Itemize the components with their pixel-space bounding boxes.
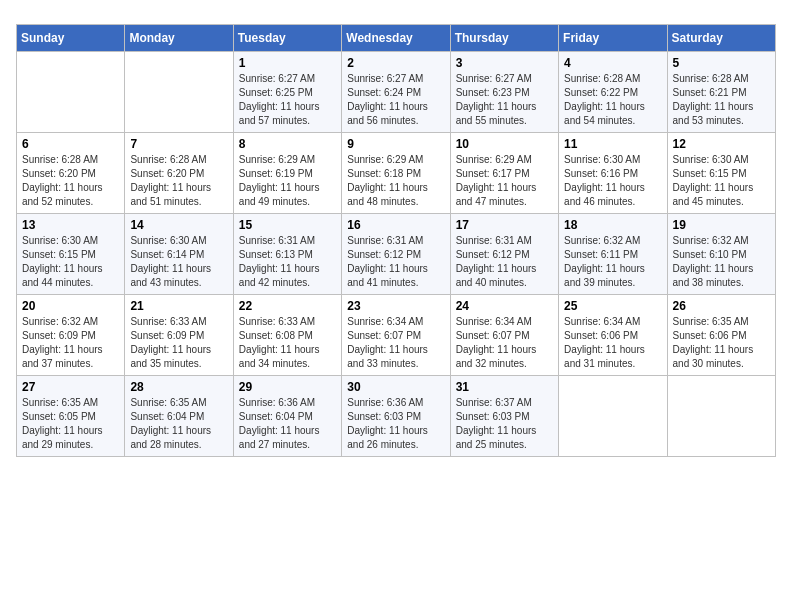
calendar-cell: 22Sunrise: 6:33 AM Sunset: 6:08 PM Dayli… [233, 295, 341, 376]
calendar-cell [559, 376, 667, 457]
day-number: 17 [456, 218, 553, 232]
calendar-table: SundayMondayTuesdayWednesdayThursdayFrid… [16, 24, 776, 457]
calendar-cell: 14Sunrise: 6:30 AM Sunset: 6:14 PM Dayli… [125, 214, 233, 295]
calendar-cell: 18Sunrise: 6:32 AM Sunset: 6:11 PM Dayli… [559, 214, 667, 295]
day-info: Sunrise: 6:29 AM Sunset: 6:19 PM Dayligh… [239, 153, 336, 209]
day-number: 4 [564, 56, 661, 70]
day-number: 14 [130, 218, 227, 232]
calendar-cell: 9Sunrise: 6:29 AM Sunset: 6:18 PM Daylig… [342, 133, 450, 214]
col-header-tuesday: Tuesday [233, 25, 341, 52]
day-info: Sunrise: 6:34 AM Sunset: 6:07 PM Dayligh… [456, 315, 553, 371]
day-number: 13 [22, 218, 119, 232]
day-number: 8 [239, 137, 336, 151]
calendar-cell: 3Sunrise: 6:27 AM Sunset: 6:23 PM Daylig… [450, 52, 558, 133]
calendar-cell: 23Sunrise: 6:34 AM Sunset: 6:07 PM Dayli… [342, 295, 450, 376]
calendar-cell: 16Sunrise: 6:31 AM Sunset: 6:12 PM Dayli… [342, 214, 450, 295]
day-info: Sunrise: 6:31 AM Sunset: 6:12 PM Dayligh… [456, 234, 553, 290]
calendar-cell: 13Sunrise: 6:30 AM Sunset: 6:15 PM Dayli… [17, 214, 125, 295]
day-info: Sunrise: 6:32 AM Sunset: 6:09 PM Dayligh… [22, 315, 119, 371]
calendar-cell [125, 52, 233, 133]
col-header-saturday: Saturday [667, 25, 775, 52]
day-info: Sunrise: 6:34 AM Sunset: 6:07 PM Dayligh… [347, 315, 444, 371]
day-info: Sunrise: 6:28 AM Sunset: 6:21 PM Dayligh… [673, 72, 770, 128]
day-number: 28 [130, 380, 227, 394]
calendar-cell [667, 376, 775, 457]
calendar-cell: 31Sunrise: 6:37 AM Sunset: 6:03 PM Dayli… [450, 376, 558, 457]
day-info: Sunrise: 6:31 AM Sunset: 6:13 PM Dayligh… [239, 234, 336, 290]
calendar-cell: 26Sunrise: 6:35 AM Sunset: 6:06 PM Dayli… [667, 295, 775, 376]
day-info: Sunrise: 6:28 AM Sunset: 6:22 PM Dayligh… [564, 72, 661, 128]
day-info: Sunrise: 6:30 AM Sunset: 6:16 PM Dayligh… [564, 153, 661, 209]
day-info: Sunrise: 6:34 AM Sunset: 6:06 PM Dayligh… [564, 315, 661, 371]
day-info: Sunrise: 6:28 AM Sunset: 6:20 PM Dayligh… [130, 153, 227, 209]
day-info: Sunrise: 6:35 AM Sunset: 6:04 PM Dayligh… [130, 396, 227, 452]
calendar-cell: 1Sunrise: 6:27 AM Sunset: 6:25 PM Daylig… [233, 52, 341, 133]
day-info: Sunrise: 6:35 AM Sunset: 6:05 PM Dayligh… [22, 396, 119, 452]
day-number: 20 [22, 299, 119, 313]
day-info: Sunrise: 6:28 AM Sunset: 6:20 PM Dayligh… [22, 153, 119, 209]
day-info: Sunrise: 6:33 AM Sunset: 6:08 PM Dayligh… [239, 315, 336, 371]
day-number: 31 [456, 380, 553, 394]
calendar-week-3: 13Sunrise: 6:30 AM Sunset: 6:15 PM Dayli… [17, 214, 776, 295]
day-info: Sunrise: 6:30 AM Sunset: 6:15 PM Dayligh… [673, 153, 770, 209]
day-number: 6 [22, 137, 119, 151]
calendar-cell: 11Sunrise: 6:30 AM Sunset: 6:16 PM Dayli… [559, 133, 667, 214]
day-number: 11 [564, 137, 661, 151]
calendar-week-1: 1Sunrise: 6:27 AM Sunset: 6:25 PM Daylig… [17, 52, 776, 133]
day-number: 19 [673, 218, 770, 232]
calendar-cell: 27Sunrise: 6:35 AM Sunset: 6:05 PM Dayli… [17, 376, 125, 457]
calendar-cell: 2Sunrise: 6:27 AM Sunset: 6:24 PM Daylig… [342, 52, 450, 133]
day-number: 27 [22, 380, 119, 394]
calendar-cell: 6Sunrise: 6:28 AM Sunset: 6:20 PM Daylig… [17, 133, 125, 214]
col-header-sunday: Sunday [17, 25, 125, 52]
day-info: Sunrise: 6:33 AM Sunset: 6:09 PM Dayligh… [130, 315, 227, 371]
calendar-week-5: 27Sunrise: 6:35 AM Sunset: 6:05 PM Dayli… [17, 376, 776, 457]
day-number: 3 [456, 56, 553, 70]
day-info: Sunrise: 6:31 AM Sunset: 6:12 PM Dayligh… [347, 234, 444, 290]
day-number: 5 [673, 56, 770, 70]
day-info: Sunrise: 6:27 AM Sunset: 6:24 PM Dayligh… [347, 72, 444, 128]
day-info: Sunrise: 6:27 AM Sunset: 6:23 PM Dayligh… [456, 72, 553, 128]
day-number: 10 [456, 137, 553, 151]
col-header-thursday: Thursday [450, 25, 558, 52]
calendar-cell: 19Sunrise: 6:32 AM Sunset: 6:10 PM Dayli… [667, 214, 775, 295]
day-number: 22 [239, 299, 336, 313]
day-info: Sunrise: 6:36 AM Sunset: 6:03 PM Dayligh… [347, 396, 444, 452]
day-number: 30 [347, 380, 444, 394]
day-info: Sunrise: 6:27 AM Sunset: 6:25 PM Dayligh… [239, 72, 336, 128]
day-info: Sunrise: 6:29 AM Sunset: 6:17 PM Dayligh… [456, 153, 553, 209]
day-number: 21 [130, 299, 227, 313]
day-info: Sunrise: 6:36 AM Sunset: 6:04 PM Dayligh… [239, 396, 336, 452]
day-info: Sunrise: 6:35 AM Sunset: 6:06 PM Dayligh… [673, 315, 770, 371]
calendar-cell: 4Sunrise: 6:28 AM Sunset: 6:22 PM Daylig… [559, 52, 667, 133]
calendar-cell: 17Sunrise: 6:31 AM Sunset: 6:12 PM Dayli… [450, 214, 558, 295]
calendar-cell: 12Sunrise: 6:30 AM Sunset: 6:15 PM Dayli… [667, 133, 775, 214]
calendar-cell: 20Sunrise: 6:32 AM Sunset: 6:09 PM Dayli… [17, 295, 125, 376]
col-header-monday: Monday [125, 25, 233, 52]
day-number: 9 [347, 137, 444, 151]
day-number: 24 [456, 299, 553, 313]
calendar-week-4: 20Sunrise: 6:32 AM Sunset: 6:09 PM Dayli… [17, 295, 776, 376]
calendar-cell: 21Sunrise: 6:33 AM Sunset: 6:09 PM Dayli… [125, 295, 233, 376]
day-info: Sunrise: 6:32 AM Sunset: 6:10 PM Dayligh… [673, 234, 770, 290]
calendar-cell: 5Sunrise: 6:28 AM Sunset: 6:21 PM Daylig… [667, 52, 775, 133]
calendar-cell: 7Sunrise: 6:28 AM Sunset: 6:20 PM Daylig… [125, 133, 233, 214]
calendar-week-2: 6Sunrise: 6:28 AM Sunset: 6:20 PM Daylig… [17, 133, 776, 214]
calendar-cell: 24Sunrise: 6:34 AM Sunset: 6:07 PM Dayli… [450, 295, 558, 376]
day-number: 29 [239, 380, 336, 394]
calendar-cell: 8Sunrise: 6:29 AM Sunset: 6:19 PM Daylig… [233, 133, 341, 214]
day-number: 2 [347, 56, 444, 70]
day-number: 16 [347, 218, 444, 232]
day-info: Sunrise: 6:29 AM Sunset: 6:18 PM Dayligh… [347, 153, 444, 209]
day-number: 25 [564, 299, 661, 313]
calendar-cell: 10Sunrise: 6:29 AM Sunset: 6:17 PM Dayli… [450, 133, 558, 214]
calendar-cell: 25Sunrise: 6:34 AM Sunset: 6:06 PM Dayli… [559, 295, 667, 376]
calendar-cell [17, 52, 125, 133]
calendar-cell: 15Sunrise: 6:31 AM Sunset: 6:13 PM Dayli… [233, 214, 341, 295]
calendar-cell: 29Sunrise: 6:36 AM Sunset: 6:04 PM Dayli… [233, 376, 341, 457]
calendar-cell: 28Sunrise: 6:35 AM Sunset: 6:04 PM Dayli… [125, 376, 233, 457]
day-number: 7 [130, 137, 227, 151]
day-info: Sunrise: 6:32 AM Sunset: 6:11 PM Dayligh… [564, 234, 661, 290]
calendar-cell: 30Sunrise: 6:36 AM Sunset: 6:03 PM Dayli… [342, 376, 450, 457]
day-info: Sunrise: 6:30 AM Sunset: 6:14 PM Dayligh… [130, 234, 227, 290]
